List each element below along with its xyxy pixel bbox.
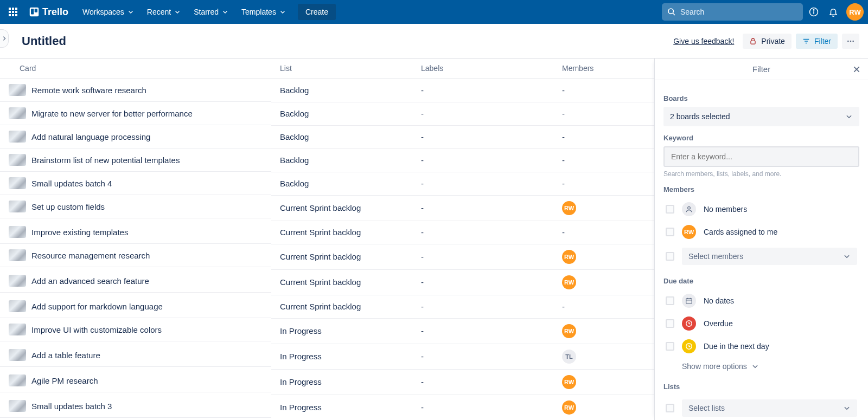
- col-labels[interactable]: Labels: [412, 59, 553, 79]
- card-cell[interactable]: Agile PM research: [0, 369, 271, 392]
- filter-no-dates[interactable]: No dates: [663, 289, 859, 312]
- filter-due-next-day[interactable]: Due in the next day: [663, 335, 859, 358]
- app-switcher[interactable]: [4, 3, 22, 21]
- nav-item-label: Recent: [147, 8, 171, 16]
- info-button[interactable]: [805, 3, 822, 21]
- filter-panel-title: Filter: [752, 64, 770, 74]
- filter-no-members[interactable]: No members: [663, 198, 859, 221]
- card-cell[interactable]: Resource management research: [0, 244, 271, 267]
- labels-cell: -: [412, 148, 553, 172]
- nav-item-templates[interactable]: Templates: [235, 4, 292, 20]
- member-avatar[interactable]: RW: [562, 275, 576, 289]
- card-cell[interactable]: Brainstorm list of new potential templat…: [0, 148, 271, 172]
- user-avatar[interactable]: RW: [846, 3, 864, 21]
- board-thumbnail: [9, 300, 26, 312]
- nav-item-recent[interactable]: Recent: [141, 4, 187, 20]
- checkbox[interactable]: [666, 205, 674, 214]
- card-name: Add a table feature: [31, 351, 100, 360]
- chevron-down-icon: [127, 9, 134, 15]
- trello-logo[interactable]: Trello: [24, 7, 74, 18]
- select-members-dropdown[interactable]: Select members: [682, 248, 857, 265]
- filter-select-members[interactable]: Select members: [663, 243, 859, 269]
- filter-assigned-to-me[interactable]: RW Cards assigned to me: [663, 221, 859, 243]
- no-dates-label: No dates: [704, 296, 734, 305]
- more-button[interactable]: [842, 34, 859, 49]
- board-title[interactable]: Untitled: [22, 34, 66, 48]
- board-thumbnail: [9, 400, 26, 412]
- col-list[interactable]: List: [271, 59, 412, 79]
- create-button[interactable]: Create: [298, 4, 336, 20]
- labels-cell: -: [412, 369, 553, 395]
- svg-rect-4: [12, 11, 14, 13]
- card-cell[interactable]: Improve existing templates: [0, 221, 271, 244]
- svg-line-13: [673, 13, 675, 15]
- expand-sidebar-button[interactable]: [0, 29, 9, 48]
- checkbox[interactable]: [666, 342, 674, 351]
- card-name: Brainstorm list of new potential templat…: [31, 156, 180, 165]
- card-cell[interactable]: Set up custom fields: [0, 195, 271, 218]
- card-cell[interactable]: Add support for markdown language: [0, 295, 271, 318]
- labels-cell: -: [412, 318, 553, 344]
- select-lists-label: Select lists: [688, 404, 725, 412]
- svg-rect-3: [9, 11, 11, 13]
- card-cell[interactable]: Small updates batch 4: [0, 172, 271, 195]
- show-more-due-options[interactable]: Show more options: [663, 358, 859, 375]
- checkbox[interactable]: [666, 404, 674, 412]
- labels-cell: -: [412, 125, 553, 148]
- svg-point-21: [847, 40, 849, 42]
- svg-rect-6: [9, 14, 11, 16]
- select-lists-dropdown[interactable]: Select lists: [682, 399, 857, 417]
- filter-overdue[interactable]: Overdue: [663, 312, 859, 335]
- checkbox[interactable]: [666, 228, 674, 236]
- card-cell[interactable]: Migrate to new server for better perform…: [0, 102, 271, 125]
- member-avatar[interactable]: RW: [562, 400, 576, 415]
- notifications-button[interactable]: [825, 3, 842, 21]
- user-avatar-small: RW: [682, 225, 696, 239]
- ellipsis-icon: [846, 37, 855, 46]
- col-card[interactable]: Card: [0, 59, 271, 79]
- filter-select-lists[interactable]: Select lists: [663, 395, 859, 420]
- search-input[interactable]: [680, 8, 797, 16]
- clock-icon: [682, 316, 696, 331]
- list-cell: Backlog: [271, 172, 412, 195]
- feedback-link[interactable]: Give us feedback!: [673, 37, 734, 46]
- member-avatar[interactable]: RW: [562, 201, 576, 215]
- visibility-button[interactable]: Private: [743, 34, 792, 49]
- card-cell[interactable]: Add a table feature: [0, 344, 271, 367]
- search-box[interactable]: [662, 3, 803, 21]
- labels-cell: -: [412, 172, 553, 195]
- card-cell[interactable]: Improve UI with customizable colors: [0, 318, 271, 341]
- board-thumbnail: [9, 201, 26, 212]
- boards-selected-text: 2 boards selected: [670, 112, 730, 121]
- member-avatar[interactable]: TL: [562, 350, 576, 364]
- grid-icon: [9, 8, 17, 16]
- members-section-label: Members: [663, 185, 859, 193]
- card-cell[interactable]: Add an advanced search feature: [0, 269, 271, 293]
- svg-rect-1: [12, 8, 14, 10]
- board-thumbnail: [9, 131, 26, 143]
- checkbox[interactable]: [666, 252, 674, 261]
- checkbox[interactable]: [666, 296, 674, 305]
- card-cell[interactable]: Add natural language processing: [0, 125, 271, 148]
- visibility-label: Private: [761, 37, 785, 46]
- member-avatar[interactable]: RW: [562, 375, 576, 389]
- nav-item-starred[interactable]: Starred: [187, 4, 235, 20]
- card-cell[interactable]: Small updates batch 3: [0, 395, 271, 418]
- filter-button[interactable]: Filter: [796, 34, 838, 49]
- filter-panel: Filter Boards 2 boards selected Keyword …: [654, 59, 868, 420]
- member-avatar[interactable]: RW: [562, 250, 576, 264]
- close-filter-button[interactable]: [851, 63, 863, 75]
- board-thumbnail: [9, 275, 26, 287]
- filter-panel-header: Filter: [655, 59, 868, 80]
- card-cell[interactable]: Remote work software research: [0, 79, 271, 102]
- boards-select[interactable]: 2 boards selected: [663, 107, 859, 126]
- labels-cell: -: [412, 221, 553, 244]
- chevron-down-icon: [751, 363, 759, 370]
- board-header: Untitled Give us feedback! Private Filte…: [0, 24, 868, 59]
- member-avatar[interactable]: RW: [562, 324, 576, 338]
- chevron-down-icon: [279, 9, 286, 15]
- board-thumbnail: [9, 107, 26, 119]
- checkbox[interactable]: [666, 319, 674, 328]
- keyword-input[interactable]: [663, 146, 859, 167]
- nav-item-workspaces[interactable]: Workspaces: [76, 4, 141, 20]
